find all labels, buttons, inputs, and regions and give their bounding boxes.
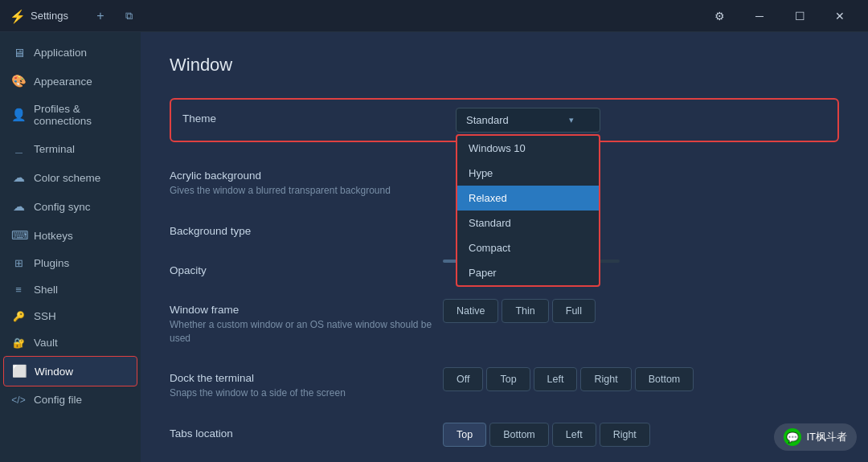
theme-row: Theme Standard ▾ Windows 10 Hype Relaxed… [182,108,826,133]
titlebar-tabs: + ⧉ [88,5,142,27]
dropdown-item-windows10[interactable]: Windows 10 [457,136,599,161]
vault-icon: 🔐 [11,337,26,349]
tabs-location-left-btn[interactable]: Left [552,423,596,447]
tabs-location-right-btn[interactable]: Right [600,423,650,447]
window-icon: ⬜ [12,364,27,378]
window-frame-thin-btn[interactable]: Thin [502,299,548,323]
sidebar-label: Plugins [34,257,69,269]
sidebar-label: Terminal [34,143,75,155]
theme-dropdown-menu: Windows 10 Hype Relaxed Standard Compact… [456,134,600,287]
acrylic-desc: Gives the window a blurred transparent b… [170,184,443,198]
dock-label: Dock the terminal [170,372,443,384]
sidebar-item-profiles[interactable]: 👤 Profiles & connections [0,96,141,134]
sidebar-label: Hotkeys [34,230,73,242]
shell-icon: ≡ [11,284,26,296]
dropdown-item-paper[interactable]: Paper [457,260,599,285]
sidebar-item-window[interactable]: ⬜ Window [3,356,137,386]
app-icon: ⚡ [10,9,24,23]
window-frame-row: Window frame Whether a custom window or … [170,299,839,345]
configfile-icon: </> [11,395,26,406]
dock-off-btn[interactable]: Off [443,367,483,391]
sidebar-label: Shell [34,284,58,296]
minimize-button[interactable]: ─ [741,3,778,29]
sidebar-label: Color scheme [34,172,100,184]
window-frame-full-btn[interactable]: Full [552,299,596,323]
theme-control: Standard ▾ Windows 10 Hype Relaxed Stand… [456,108,826,133]
sidebar-label: Profiles & connections [34,103,129,127]
sidebar-label: Config file [34,394,82,406]
watermark: 💬 IT枫斗者 [774,423,857,451]
sidebar-label: Window [35,366,73,378]
window-frame-label: Window frame [170,304,443,316]
watermark-text: IT枫斗者 [806,430,847,444]
sidebar-item-shell[interactable]: ≡ Shell [0,276,141,303]
dropdown-item-relaxed[interactable]: Relaxed [457,186,599,211]
gear-icon: ⚙ [714,10,725,22]
page-title: Window [170,55,839,76]
ssh-icon: 🔑 [11,311,26,322]
application-icon: 🖥 [11,46,26,59]
theme-section: Theme Standard ▾ Windows 10 Hype Relaxed… [170,98,839,142]
theme-dropdown-button[interactable]: Standard ▾ [456,108,600,133]
tabs-location-bottom-btn[interactable]: Bottom [489,423,549,447]
window-frame-label-col: Window frame Whether a custom window or … [170,299,443,345]
sidebar-item-colorscheme[interactable]: ☁ Color scheme [0,163,141,192]
tabs-location-label: Tabs location [170,427,443,440]
dock-row: Dock the terminal Snaps the window to a … [170,367,839,400]
sidebar-item-configfile[interactable]: </> Config file [0,386,141,413]
opacity-label-col: Opacity [170,260,443,276]
main-layout: 🖥 Application 🎨 Appearance 👤 Profiles & … [0,32,868,462]
new-tab-button[interactable]: + [88,5,113,27]
restore-icon: ⧉ [125,10,133,22]
window-frame-btn-group: Native Thin Full [443,299,596,323]
sidebar-item-application[interactable]: 🖥 Application [0,39,141,67]
dock-bottom-btn[interactable]: Bottom [635,367,694,391]
sidebar-label: Application [34,47,87,59]
dock-right-btn[interactable]: Right [580,367,631,391]
sidebar-label: Config sync [34,201,91,213]
window-frame-desc: Whether a custom window or an OS native … [170,318,443,345]
colorscheme-icon: ☁ [11,170,26,185]
sidebar-item-terminal[interactable]: ＿ Terminal [0,134,141,163]
sidebar-item-ssh[interactable]: 🔑 SSH [0,303,141,329]
dock-desc: Snaps the window to a side of the screen [170,386,443,400]
window-frame-native-btn[interactable]: Native [443,299,498,323]
window-frame-control: Native Thin Full [443,299,839,323]
bg-type-label-col: Background type [170,220,443,237]
theme-label-col: Theme [182,108,456,125]
sidebar-item-vault[interactable]: 🔐 Vault [0,329,141,356]
dropdown-item-hype[interactable]: Hype [457,161,599,186]
settings-button[interactable]: ⚙ [701,3,738,29]
sidebar-item-plugins[interactable]: ⊞ Plugins [0,250,141,276]
dropdown-item-compact[interactable]: Compact [457,235,599,260]
sidebar-item-appearance[interactable]: 🎨 Appearance [0,67,141,96]
dock-label-col: Dock the terminal Snaps the window to a … [170,367,443,400]
theme-label: Theme [182,112,456,125]
tabs-location-label-col: Tabs location [170,423,443,440]
opacity-label: Opacity [170,264,443,276]
configsync-icon: ☁ [11,199,26,214]
bg-type-label: Background type [170,225,443,237]
acrylic-label: Acrylic background [170,170,443,182]
tabs-location-row: Tabs location Top Bottom Left Right [170,423,839,447]
close-button[interactable]: ✕ [821,3,858,29]
tabs-location-top-btn[interactable]: Top [443,423,486,447]
dock-btn-group: Off Top Left Right Bottom [443,367,694,391]
titlebar-left: ⚡ Settings + ⧉ [10,5,701,27]
watermark-icon: 💬 [784,428,801,446]
theme-dropdown-wrapper: Standard ▾ Windows 10 Hype Relaxed Stand… [456,108,600,133]
profiles-icon: 👤 [11,108,26,122]
dropdown-value: Standard [466,114,509,126]
terminal-icon: ＿ [11,141,26,156]
dock-control: Off Top Left Right Bottom [443,367,839,391]
maximize-button[interactable]: ☐ [781,3,818,29]
chevron-down-icon: ▾ [569,115,574,125]
sidebar-label: SSH [34,310,56,322]
sidebar-item-configsync[interactable]: ☁ Config sync [0,192,141,221]
dock-left-btn[interactable]: Left [534,367,578,391]
dock-top-btn[interactable]: Top [486,367,530,391]
dropdown-item-standard[interactable]: Standard [457,211,599,235]
restore-tab-button[interactable]: ⧉ [117,5,142,27]
sidebar-item-hotkeys[interactable]: ⌨ Hotkeys [0,221,141,250]
hotkeys-icon: ⌨ [11,228,26,243]
